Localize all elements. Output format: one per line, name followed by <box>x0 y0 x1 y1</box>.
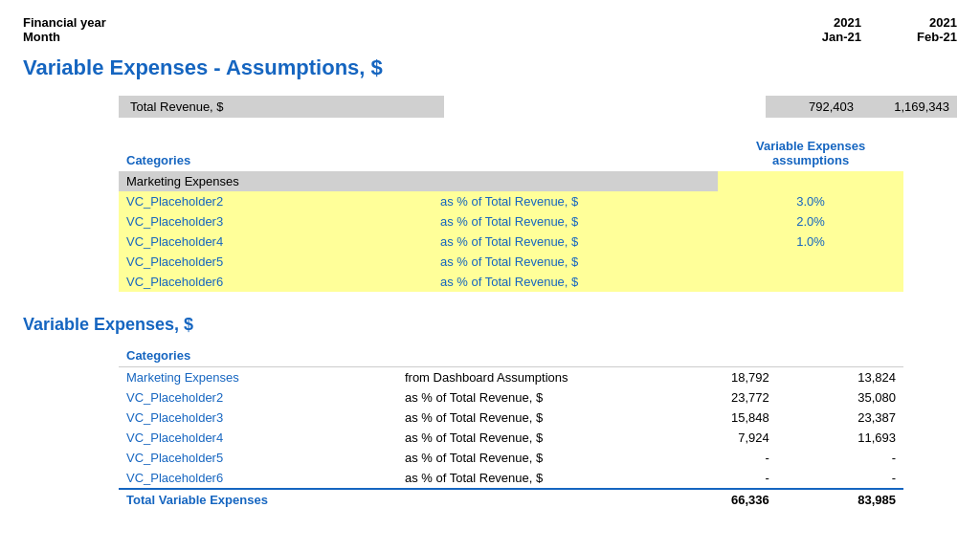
placeholder-basis: as % of Total Revenue, $ <box>433 211 718 232</box>
exp-basis: as % of Total Revenue, $ <box>397 468 651 489</box>
basis-header <box>433 135 718 171</box>
total-revenue-row: Total Revenue, $ 792,403 1,169,343 <box>23 96 957 118</box>
expenses-data-row: VC_Placeholder5 as % of Total Revenue, $… <box>119 448 903 468</box>
placeholder-value: 1.0% <box>718 232 903 252</box>
exp-col1-value: 23,772 <box>650 387 776 408</box>
exp-col2-value: 13,824 <box>777 367 903 388</box>
col1-fy: 2021 <box>766 15 861 30</box>
header-columns: 2021 Jan-21 2021 Feb-21 <box>766 15 957 44</box>
expenses-total-row: Total Variable Expenses 66,336 83,985 <box>119 489 903 510</box>
exp-col1-value: 15,848 <box>650 408 776 428</box>
placeholder-basis: as % of Total Revenue, $ <box>433 272 718 292</box>
assumptions-table: Categories Variable Expenses assumptions… <box>119 135 903 292</box>
total-basis <box>397 489 651 510</box>
exp-col2-value: - <box>777 448 903 468</box>
assumptions-header-category-row: Marketing Expenses <box>119 171 903 191</box>
total-revenue-label: Total Revenue, $ <box>119 96 444 118</box>
placeholder-basis: as % of Total Revenue, $ <box>433 252 718 272</box>
assumptions-data-row: VC_Placeholder6 as % of Total Revenue, $ <box>119 272 903 292</box>
col2-month: Feb-21 <box>861 30 957 44</box>
exp-col2-header <box>777 344 903 367</box>
exp-basis: as % of Total Revenue, $ <box>397 408 651 428</box>
var-exp-assumptions-header: Variable Expenses assumptions <box>718 135 903 171</box>
exp-col2-value: - <box>777 468 903 489</box>
expenses-data-row: VC_Placeholder3 as % of Total Revenue, $… <box>119 408 903 428</box>
marketing-basis-cell <box>433 171 718 191</box>
assumptions-data-row: VC_Placeholder4 as % of Total Revenue, $… <box>119 232 903 252</box>
exp-basis: as % of Total Revenue, $ <box>397 387 651 408</box>
exp-col1-header <box>650 344 776 367</box>
categories-header: Categories <box>119 135 433 171</box>
section1-title: Variable Expenses - Assumptions, $ <box>23 55 957 80</box>
exp-col1-value: - <box>650 448 776 468</box>
exp-category: VC_Placeholder6 <box>119 468 397 489</box>
assumptions-data-row: VC_Placeholder3 as % of Total Revenue, $… <box>119 211 903 232</box>
total-revenue-col1: 792,403 <box>766 96 861 118</box>
col2-fy: 2021 <box>861 15 957 30</box>
placeholder-category: VC_Placeholder4 <box>119 232 433 252</box>
section2-title: Variable Expenses, $ <box>23 315 957 335</box>
exp-category: VC_Placeholder3 <box>119 408 397 428</box>
assumptions-header-row: Categories Variable Expenses assumptions <box>119 135 903 171</box>
total-revenue-values: 792,403 1,169,343 <box>766 96 957 118</box>
placeholder-category: VC_Placeholder2 <box>119 191 433 211</box>
expenses-table-section: Categories Marketing Expenses from Dashb… <box>23 344 957 510</box>
exp-col2-value: 11,693 <box>777 428 903 448</box>
col2-header: 2021 Feb-21 <box>861 15 957 44</box>
header-labels: Financial year Month <box>23 15 106 44</box>
placeholder-value <box>718 252 903 272</box>
expenses-data-row: VC_Placeholder6 as % of Total Revenue, $… <box>119 468 903 489</box>
placeholder-basis: as % of Total Revenue, $ <box>433 232 718 252</box>
expenses-table: Categories Marketing Expenses from Dashb… <box>119 344 903 510</box>
exp-basis: from Dashboard Assumptions <box>397 367 651 388</box>
total-col1: 66,336 <box>650 489 776 510</box>
placeholder-value: 3.0% <box>718 191 903 211</box>
exp-basis-header <box>397 344 651 367</box>
expenses-data-row: VC_Placeholder4 as % of Total Revenue, $… <box>119 428 903 448</box>
total-col2: 83,985 <box>777 489 903 510</box>
exp-col1-value: - <box>650 468 776 489</box>
placeholder-category: VC_Placeholder6 <box>119 272 433 292</box>
marketing-value-cell <box>718 171 903 191</box>
col1-header: 2021 Jan-21 <box>766 15 861 44</box>
placeholder-value <box>718 272 903 292</box>
placeholder-basis: as % of Total Revenue, $ <box>433 191 718 211</box>
assumptions-data-row: VC_Placeholder2 as % of Total Revenue, $… <box>119 191 903 211</box>
exp-col1-value: 18,792 <box>650 367 776 388</box>
expenses-data-row: Marketing Expenses from Dashboard Assump… <box>119 367 903 388</box>
total-revenue-col2: 1,169,343 <box>861 96 957 118</box>
month-label: Month <box>23 30 106 44</box>
exp-category: VC_Placeholder4 <box>119 428 397 448</box>
assumptions-data-row: VC_Placeholder5 as % of Total Revenue, $ <box>119 252 903 272</box>
placeholder-category: VC_Placeholder5 <box>119 252 433 272</box>
exp-basis: as % of Total Revenue, $ <box>397 448 651 468</box>
exp-category: Marketing Expenses <box>119 367 397 388</box>
fy-label: Financial year <box>23 15 106 30</box>
exp-col2-value: 23,387 <box>777 408 903 428</box>
exp-col1-value: 7,924 <box>650 428 776 448</box>
exp-basis: as % of Total Revenue, $ <box>397 428 651 448</box>
col1-month: Jan-21 <box>766 30 861 44</box>
assumptions-table-section: Categories Variable Expenses assumptions… <box>23 135 957 292</box>
placeholder-value: 2.0% <box>718 211 903 232</box>
total-label: Total Variable Expenses <box>119 489 397 510</box>
page-header: Financial year Month 2021 Jan-21 2021 Fe… <box>23 15 957 44</box>
placeholder-category: VC_Placeholder3 <box>119 211 433 232</box>
marketing-expenses-cell: Marketing Expenses <box>119 171 433 191</box>
expenses-data-row: VC_Placeholder2 as % of Total Revenue, $… <box>119 387 903 408</box>
exp-categories-header: Categories <box>119 344 397 367</box>
exp-category: VC_Placeholder2 <box>119 387 397 408</box>
exp-category: VC_Placeholder5 <box>119 448 397 468</box>
expenses-header-row: Categories <box>119 344 903 367</box>
exp-col2-value: 35,080 <box>777 387 903 408</box>
